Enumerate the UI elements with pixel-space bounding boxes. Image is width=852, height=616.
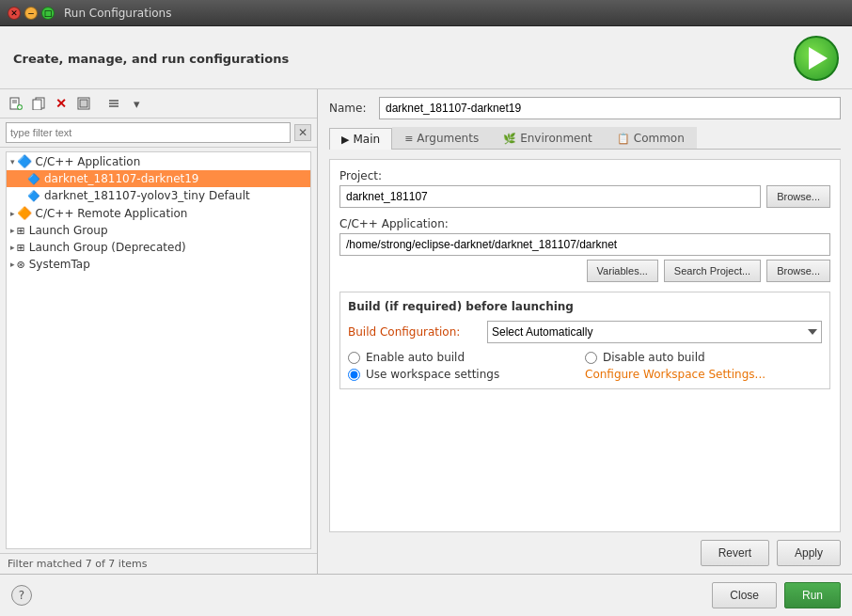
tab-arguments[interactable]: ≡ Arguments: [392, 127, 491, 149]
enable-auto-radio[interactable]: [348, 352, 360, 364]
minimize-window-btn[interactable]: −: [24, 7, 38, 20]
use-workspace-label: Use workspace settings: [366, 368, 499, 381]
application-group: C/C++ Application: Variables... Search P…: [339, 217, 830, 282]
config-tree: ▾ 🔷 C/C++ Application 🔷 darknet_181107-d…: [6, 151, 311, 549]
enable-auto-row: Enable auto build: [348, 351, 585, 364]
name-input[interactable]: [379, 97, 841, 119]
name-row: Name:: [329, 97, 841, 119]
config-icon: 🔷: [27, 173, 40, 185]
tree-item-systemtap[interactable]: ▸ ⊛ SystemTap: [7, 256, 310, 273]
expand-icon: ▸: [10, 209, 15, 218]
svg-rect-9: [80, 100, 87, 107]
bottom-right: Close Run: [712, 582, 841, 608]
project-input[interactable]: [339, 185, 761, 208]
filter-clear-button[interactable]: ✕: [294, 124, 311, 141]
apply-button[interactable]: Apply: [777, 540, 841, 566]
collapse-all-button[interactable]: [103, 93, 124, 114]
tree-label: darknet_181107-yolov3_tiny Default: [44, 189, 250, 202]
tree-label: Launch Group (Deprecated): [29, 241, 186, 254]
left-panel: ✕ ▾: [0, 89, 318, 574]
title-bar: ✕ − □ Run Configurations: [0, 0, 852, 26]
cpp-app-icon: 🔷: [17, 154, 32, 168]
configure-workspace-link[interactable]: Configure Workspace Settings...: [585, 368, 765, 381]
close-button[interactable]: Close: [712, 582, 777, 608]
disable-auto-label: Disable auto build: [603, 351, 705, 364]
tree-item-launch-group[interactable]: ▸ ⊞ Launch Group: [7, 222, 310, 239]
use-workspace-radio[interactable]: [348, 369, 360, 381]
project-group: Project: Browse...: [339, 169, 830, 208]
tree-item-darknet19[interactable]: 🔷 darknet_181107-darknet19: [7, 170, 310, 187]
environment-tab-icon: 🌿: [503, 133, 516, 145]
tree-label: Launch Group: [29, 224, 108, 237]
project-browse-button[interactable]: Browse...: [766, 185, 830, 208]
tab-common[interactable]: 📋 Common: [605, 127, 697, 149]
header-subtitle: Create, manage, and run configurations: [13, 52, 289, 66]
tree-label: C/C++ Remote Application: [36, 207, 188, 220]
common-tab-icon: 📋: [617, 133, 630, 145]
revert-button[interactable]: Revert: [701, 540, 769, 566]
right-actions: Revert Apply: [329, 532, 841, 566]
build-config-label: Build Configuration:: [348, 325, 480, 339]
launch-group-icon: ⊞: [17, 225, 25, 237]
disable-auto-row: Disable auto build: [585, 351, 822, 364]
enable-auto-label: Enable auto build: [366, 351, 465, 364]
config-icon: 🔷: [27, 190, 40, 202]
build-config-select[interactable]: Select Automatically Debug Release: [487, 321, 822, 343]
tab-main[interactable]: ▶ Main: [329, 128, 392, 150]
close-window-btn[interactable]: ✕: [8, 7, 21, 20]
run-icon: [794, 36, 839, 81]
arguments-tab-icon: ≡: [404, 133, 413, 145]
play-triangle: [809, 47, 828, 70]
application-input[interactable]: [339, 233, 830, 256]
project-label: Project:: [339, 169, 830, 182]
tabs-row: ▶ Main ≡ Arguments 🌿 Environment 📋 Commo…: [329, 127, 841, 150]
form-section: Project: Browse... C/C++ Application: Va…: [329, 159, 841, 532]
configure-workspace-row: Configure Workspace Settings...: [585, 368, 822, 381]
main-window: Create, manage, and run configurations: [0, 26, 852, 616]
maximize-window-btn[interactable]: □: [41, 7, 55, 20]
delete-config-button[interactable]: ✕: [51, 93, 71, 114]
tab-arguments-label: Arguments: [417, 132, 479, 145]
tab-main-label: Main: [353, 133, 380, 146]
launch-group-dep-icon: ⊞: [17, 242, 25, 254]
tree-item-cpp-remote[interactable]: ▸ 🔶 C/C++ Remote Application: [7, 204, 310, 222]
right-panel: Name: ▶ Main ≡ Arguments 🌿 Environment: [318, 89, 852, 574]
name-label: Name:: [329, 102, 371, 115]
build-config-row: Build Configuration: Select Automaticall…: [348, 321, 822, 343]
new-config-button[interactable]: [6, 93, 26, 114]
run-button[interactable]: Run: [784, 582, 841, 608]
expand-config-button[interactable]: ▾: [126, 93, 147, 114]
tree-label: C/C++ Application: [36, 155, 141, 168]
application-buttons-row: Variables... Search Project... Browse...: [339, 260, 830, 282]
filter-row: ✕: [0, 118, 317, 148]
project-input-row: Browse...: [339, 185, 830, 208]
tree-label: SystemTap: [29, 258, 90, 271]
search-project-button[interactable]: Search Project...: [664, 260, 761, 282]
bottom-bar: ? Close Run: [0, 574, 852, 616]
tree-item-cpp-app-group[interactable]: ▾ 🔷 C/C++ Application: [7, 152, 310, 170]
disable-auto-radio[interactable]: [585, 352, 597, 364]
content-area: ✕ ▾: [0, 89, 852, 574]
application-label: C/C++ Application:: [339, 217, 830, 230]
build-radio-group: Enable auto build Disable auto build Use…: [348, 351, 822, 381]
tab-environment[interactable]: 🌿 Environment: [491, 127, 605, 149]
filter-input[interactable]: [6, 122, 291, 143]
build-section-title: Build (if required) before launching: [348, 300, 822, 313]
application-input-row: [339, 233, 830, 256]
cpp-remote-icon: 🔶: [17, 206, 32, 220]
help-button[interactable]: ?: [11, 585, 32, 606]
window-title: Run Configurations: [64, 7, 171, 20]
tree-item-launch-group-deprecated[interactable]: ▸ ⊞ Launch Group (Deprecated): [7, 239, 310, 256]
variables-button[interactable]: Variables...: [587, 260, 658, 282]
window-controls[interactable]: ✕ − □: [8, 7, 55, 20]
bottom-left: ?: [11, 585, 32, 606]
expand-icon: ▸: [10, 226, 15, 235]
copy-config-button[interactable]: [28, 93, 49, 114]
expand-icon: ▸: [10, 260, 15, 269]
application-browse-button[interactable]: Browse...: [766, 260, 830, 282]
tree-item-yolov3[interactable]: 🔷 darknet_181107-yolov3_tiny Default: [7, 187, 310, 204]
build-section: Build (if required) before launching Bui…: [339, 292, 830, 389]
main-tab-icon: ▶: [341, 134, 349, 146]
window-header: Create, manage, and run configurations: [0, 26, 852, 89]
filter-configs-button[interactable]: [73, 93, 94, 114]
